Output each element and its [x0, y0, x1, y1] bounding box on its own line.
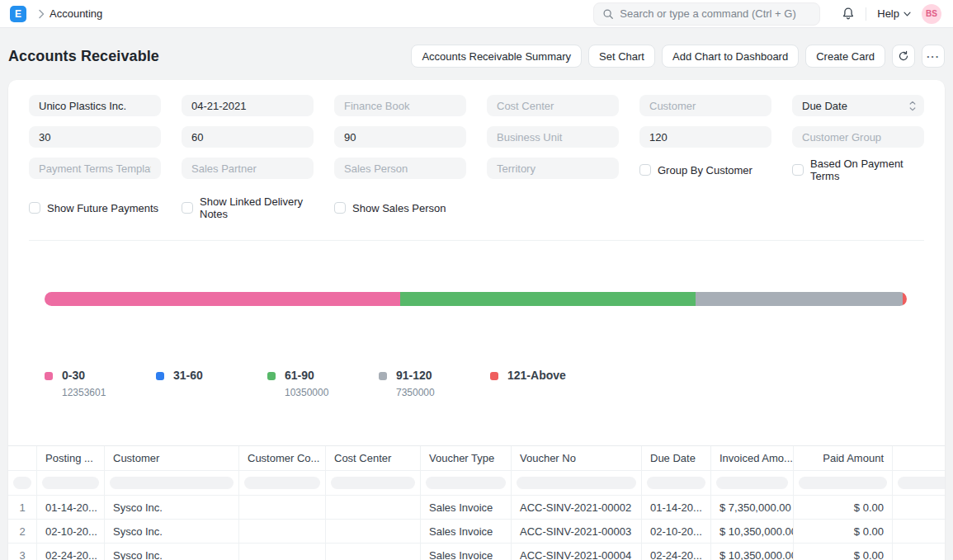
cell-credi[interactable] — [893, 520, 945, 544]
bell-icon[interactable] — [842, 7, 855, 21]
header-cell-credi[interactable]: Credi... — [893, 446, 945, 471]
cell-paid-amount[interactable]: $ 0.00 — [794, 496, 893, 520]
based-on-payment-terms-checkbox[interactable]: Based On Payment Terms — [792, 158, 924, 182]
cell-customer-co[interactable] — [239, 496, 326, 520]
header-cell-due-date[interactable]: Due Date — [642, 446, 711, 471]
customer-group-filter[interactable] — [792, 126, 924, 148]
cell-cost-center[interactable] — [326, 544, 421, 560]
cell-customer[interactable]: Sysco Inc. — [105, 496, 239, 520]
report-date-filter[interactable] — [182, 95, 314, 116]
show-future-payments-checkbox[interactable]: Show Future Payments — [29, 202, 161, 214]
column-filter-input[interactable] — [13, 477, 31, 489]
cell-posting[interactable]: 01-14-20... — [37, 496, 105, 520]
header-cell-posting[interactable]: Posting ... — [37, 446, 105, 471]
header-cell-invoiced-amo[interactable]: Invoiced Amo... — [711, 446, 794, 471]
help-menu[interactable]: Help — [877, 7, 911, 20]
column-filter-input[interactable] — [799, 477, 887, 489]
filter-cell-due-date[interactable] — [642, 471, 711, 496]
cell-voucher-no[interactable]: ACC-SINV-2021-00003 — [512, 520, 642, 544]
more-menu-button[interactable]: ··· — [922, 45, 945, 68]
range4-filter[interactable] — [639, 126, 771, 148]
header-cell-cost-center[interactable]: Cost Center — [326, 446, 421, 471]
show-linked-delivery-notes-checkbox[interactable]: Show Linked Delivery Notes — [182, 195, 314, 220]
cell-voucher-type[interactable]: Sales Invoice — [421, 520, 512, 544]
filter-cell-posting[interactable] — [37, 471, 105, 496]
company-filter[interactable] — [29, 95, 161, 116]
filter-cell-invoiced-amo[interactable] — [711, 471, 794, 496]
column-filter-input[interactable] — [331, 477, 415, 489]
cell-voucher-type[interactable]: Sales Invoice — [421, 544, 512, 560]
range1-filter[interactable] — [29, 126, 161, 148]
column-filter-input[interactable] — [517, 477, 636, 489]
cell-voucher-type[interactable]: Sales Invoice — [421, 496, 512, 520]
cell-due-date[interactable]: 01-14-20... — [642, 496, 711, 520]
filter-cell-customer-co[interactable] — [239, 471, 326, 496]
header-cell-voucher-no[interactable]: Voucher No — [512, 446, 642, 471]
cost-center-filter[interactable] — [487, 95, 619, 116]
column-filter-input[interactable] — [426, 477, 506, 489]
filter-cell-cost-center[interactable] — [326, 471, 421, 496]
cell-credi[interactable] — [893, 544, 945, 560]
column-filter-input[interactable] — [244, 477, 320, 489]
cell-invoiced-amo[interactable]: $ 7,350,000.00 — [711, 496, 794, 520]
accounts-receivable-summary-button[interactable]: Accounts Receivable Summary — [411, 45, 582, 68]
column-filter-input[interactable] — [42, 477, 99, 489]
header-cell-voucher-type[interactable]: Voucher Type — [421, 446, 512, 471]
cell-customer-co[interactable] — [239, 544, 326, 560]
territory-filter[interactable] — [487, 158, 619, 179]
filter-cell-credi[interactable] — [893, 471, 945, 496]
cell-voucher-no[interactable]: ACC-SINV-2021-00002 — [512, 496, 642, 520]
cell-credi[interactable] — [893, 496, 945, 520]
column-filter-input[interactable] — [716, 477, 788, 489]
cell-due-date[interactable]: 02-24-20... — [642, 544, 711, 560]
row-index-cell[interactable]: 1 — [8, 496, 37, 520]
avatar[interactable]: BS — [922, 4, 941, 24]
sales-person-filter[interactable] — [334, 158, 466, 179]
filter-cell-index[interactable] — [8, 471, 37, 496]
range3-filter[interactable] — [334, 126, 466, 148]
customer-filter[interactable] — [639, 95, 771, 116]
search-input[interactable] — [620, 7, 811, 20]
ageing-based-on-select[interactable]: Due Date — [792, 95, 924, 116]
cell-invoiced-amo[interactable]: $ 10,350,000.00 — [711, 544, 794, 560]
cell-customer[interactable]: Sysco Inc. — [105, 520, 239, 544]
cell-due-date[interactable]: 02-10-20... — [642, 520, 711, 544]
cell-invoiced-amo[interactable]: $ 10,350,000.00 — [711, 520, 794, 544]
header-cell-paid-amount[interactable]: Paid Amount — [794, 446, 893, 471]
payment-terms-template-filter[interactable] — [29, 158, 161, 179]
cell-customer-co[interactable] — [239, 520, 326, 544]
row-index-cell[interactable]: 2 — [8, 520, 37, 544]
column-filter-input[interactable] — [898, 477, 945, 489]
filter-cell-voucher-no[interactable] — [512, 471, 642, 496]
cell-paid-amount[interactable]: $ 0.00 — [794, 520, 893, 544]
cell-posting[interactable]: 02-10-20... — [37, 520, 105, 544]
refresh-button[interactable] — [892, 45, 915, 68]
set-chart-button[interactable]: Set Chart — [588, 45, 655, 68]
range2-filter[interactable] — [182, 126, 314, 148]
cell-cost-center[interactable] — [326, 496, 421, 520]
header-cell-customer[interactable]: Customer — [105, 446, 239, 471]
cell-customer[interactable]: Sysco Inc. — [105, 544, 239, 560]
breadcrumb-accounting[interactable]: Accounting — [50, 7, 102, 20]
create-card-button[interactable]: Create Card — [805, 45, 885, 68]
app-logo[interactable]: E — [10, 6, 26, 22]
header-cell-customer-co[interactable]: Customer Co... — [239, 446, 326, 471]
filter-cell-paid-amount[interactable] — [794, 471, 893, 496]
cell-cost-center[interactable] — [326, 520, 421, 544]
cell-posting[interactable]: 02-24-20... — [37, 544, 105, 560]
cell-paid-amount[interactable]: $ 0.00 — [794, 544, 893, 560]
column-filter-input[interactable] — [110, 477, 234, 489]
column-filter-input[interactable] — [647, 477, 705, 489]
business-unit-filter[interactable] — [487, 126, 619, 148]
show-sales-person-checkbox[interactable]: Show Sales Person — [334, 202, 466, 214]
group-by-customer-checkbox[interactable]: Group By Customer — [639, 164, 771, 176]
sales-partner-filter[interactable] — [182, 158, 314, 179]
filter-cell-voucher-type[interactable] — [421, 471, 512, 496]
header-cell-index[interactable] — [8, 446, 37, 471]
cell-voucher-no[interactable]: ACC-SINV-2021-00004 — [512, 544, 642, 560]
add-chart-to-dashboard-button[interactable]: Add Chart to Dashboard — [662, 45, 799, 68]
finance-book-filter[interactable] — [334, 95, 466, 116]
row-index-cell[interactable]: 3 — [8, 544, 37, 560]
global-search[interactable] — [593, 2, 820, 26]
filter-cell-customer[interactable] — [105, 471, 239, 496]
